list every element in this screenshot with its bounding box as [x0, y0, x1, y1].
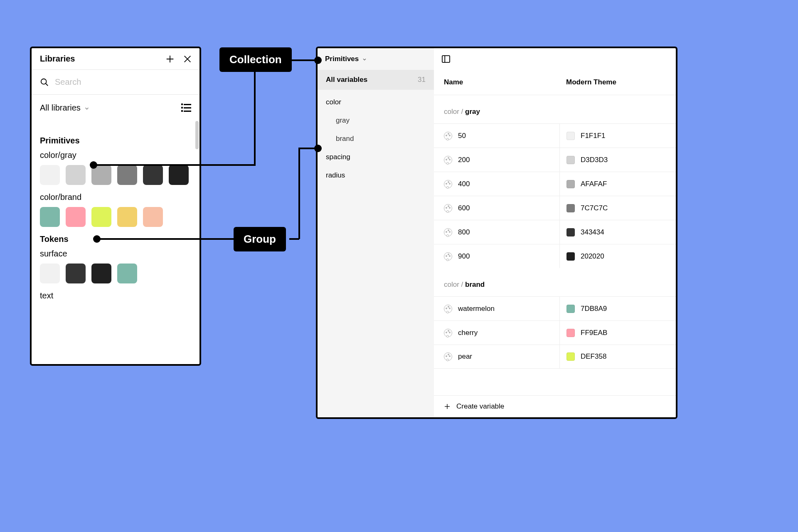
all-variables-row[interactable]: All variables 31 [318, 70, 434, 90]
color-chip [566, 132, 575, 140]
search-input[interactable] [55, 77, 191, 87]
variable-value-cell[interactable]: FF9EAB [559, 321, 676, 345]
sidebar-toggle-icon [441, 55, 451, 63]
library-group-title: text [40, 291, 191, 300]
variable-name-cell: watermelon [434, 305, 559, 313]
toggle-sidebar-button[interactable] [441, 55, 451, 63]
all-variables-label: All variables [326, 76, 367, 84]
variables-main: Name Modern Theme color / gray50F1F1F120… [434, 48, 676, 417]
color-swatch[interactable] [40, 165, 60, 185]
variable-hex: FF9EAB [581, 329, 607, 337]
variable-hex: DEF358 [581, 352, 606, 361]
chevron-down-icon [362, 57, 367, 62]
color-swatch[interactable] [117, 165, 137, 185]
color-swatch[interactable] [40, 264, 60, 283]
libraries-search[interactable] [32, 70, 200, 95]
color-swatch[interactable] [66, 264, 86, 283]
swatch-row [40, 264, 191, 283]
variables-sidebar: Primitives All variables 31 colorgraybra… [318, 48, 434, 417]
variable-value-cell[interactable]: 7C7C7C [559, 196, 676, 220]
color-swatch[interactable] [169, 165, 189, 185]
variable-name-cell: 400 [434, 180, 559, 188]
chevron-down-icon [84, 106, 90, 111]
color-variable-icon [444, 352, 452, 361]
variable-group-heading: color / gray [434, 95, 676, 123]
variable-name: pear [458, 352, 472, 361]
variable-value-cell[interactable]: DEF358 [559, 345, 676, 368]
variable-name-cell: 50 [434, 132, 559, 140]
search-icon [40, 78, 49, 87]
variable-hex: 343434 [581, 228, 604, 236]
add-library-button[interactable] [165, 54, 175, 64]
color-chip [566, 180, 575, 188]
variable-name: 50 [458, 132, 466, 140]
color-variable-icon [444, 329, 452, 337]
color-swatch[interactable] [91, 207, 111, 227]
variable-row[interactable]: 6007C7C7C [434, 196, 676, 220]
connector-line [292, 59, 318, 61]
color-chip [566, 204, 575, 212]
variables-rows-container: color / gray50F1F1F1200D3D3D3400AFAFAF60… [434, 95, 676, 395]
color-variable-icon [444, 180, 452, 188]
color-variable-icon [444, 156, 452, 164]
variable-name: watermelon [458, 305, 495, 313]
libraries-filter-dropdown[interactable]: All libraries [40, 103, 90, 113]
libraries-panel: Libraries All libraries [30, 47, 201, 366]
tree-node[interactable]: radius [318, 166, 434, 185]
scrollbar-thumb[interactable] [195, 121, 199, 149]
variable-hex: 7DB8A9 [581, 305, 607, 313]
variable-hex: D3D3D3 [581, 156, 608, 164]
close-libraries-button[interactable] [183, 54, 192, 64]
variable-name: 600 [458, 204, 470, 212]
color-swatch[interactable] [66, 165, 86, 185]
column-name-header: Name [434, 78, 559, 86]
variable-value-cell[interactable]: F1F1F1 [559, 124, 676, 148]
variable-row[interactable]: 200D3D3D3 [434, 148, 676, 172]
variable-row[interactable]: watermelon7DB8A9 [434, 296, 676, 320]
tree-node[interactable]: spacing [318, 148, 434, 166]
variable-row[interactable]: pearDEF358 [434, 345, 676, 369]
variable-name: cherry [458, 329, 478, 337]
color-variable-icon [444, 305, 452, 313]
list-view-button[interactable] [181, 104, 191, 112]
variable-row[interactable]: cherryFF9EAB [434, 320, 676, 345]
variable-group-heading: color / brand [434, 268, 676, 296]
color-swatch[interactable] [143, 165, 163, 185]
annotation-group: Group [234, 227, 286, 251]
variable-name: 800 [458, 228, 470, 236]
column-mode-header: Modern Theme [559, 78, 676, 86]
variable-value-cell[interactable]: 202020 [559, 244, 676, 268]
color-chip [566, 305, 575, 313]
variable-hex: F1F1F1 [581, 132, 606, 140]
variable-name-cell: pear [434, 352, 559, 361]
variable-name-cell: 600 [434, 204, 559, 212]
collection-dropdown[interactable]: Primitives [318, 48, 434, 70]
create-variable-button[interactable]: Create variable [434, 395, 676, 417]
close-icon [183, 54, 192, 64]
variable-value-cell[interactable]: AFAFAF [559, 172, 676, 196]
create-variable-label: Create variable [456, 402, 504, 411]
color-swatch[interactable] [66, 207, 86, 227]
variable-row[interactable]: 900202020 [434, 244, 676, 268]
variable-row[interactable]: 50F1F1F1 [434, 123, 676, 148]
connector-line [299, 148, 318, 149]
variable-value-cell[interactable]: D3D3D3 [559, 148, 676, 172]
color-variable-icon [444, 132, 452, 140]
tree-node-child[interactable]: brand [318, 130, 434, 148]
swatch-row [40, 165, 191, 185]
color-swatch[interactable] [143, 207, 163, 227]
color-swatch[interactable] [117, 207, 137, 227]
connector-line [94, 164, 256, 166]
variable-value-cell[interactable]: 343434 [559, 220, 676, 244]
variable-name: 200 [458, 156, 470, 164]
color-swatch[interactable] [117, 264, 137, 283]
variables-columns-header: Name Modern Theme [434, 70, 676, 95]
color-swatch[interactable] [40, 207, 60, 227]
variable-row[interactable]: 800343434 [434, 220, 676, 244]
tree-node[interactable]: color [318, 93, 434, 111]
color-swatch[interactable] [91, 264, 111, 283]
variable-hex: 202020 [581, 252, 604, 261]
variable-value-cell[interactable]: 7DB8A9 [559, 297, 676, 320]
variable-row[interactable]: 400AFAFAF [434, 172, 676, 196]
tree-node-child[interactable]: gray [318, 111, 434, 130]
